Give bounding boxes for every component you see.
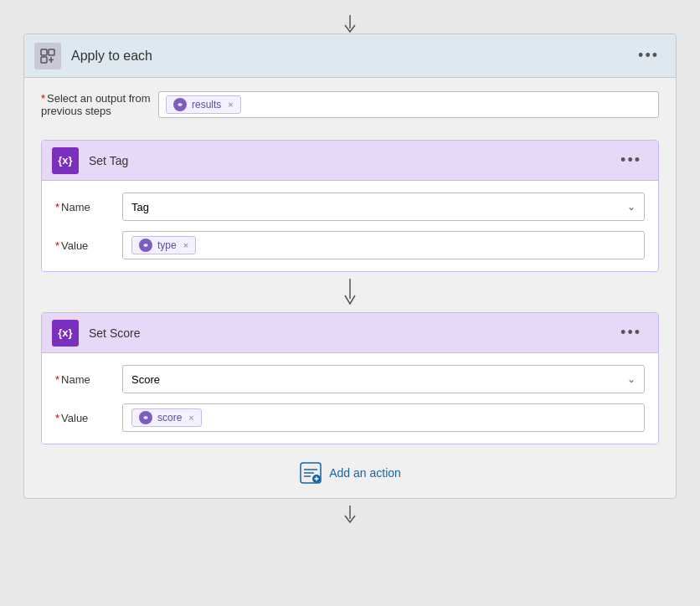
results-token[interactable]: results × — [166, 95, 241, 114]
canvas: Apply to each ••• *Select an output from… — [8, 8, 692, 606]
set-score-value-label: *Value — [55, 412, 122, 424]
score-token-icon — [139, 411, 152, 424]
set-score-icon: {x} — [52, 320, 79, 347]
add-action-button[interactable]: Add an action — [24, 444, 676, 498]
set-tag-title: Set Tag — [89, 154, 614, 167]
type-token-close[interactable]: × — [183, 240, 188, 250]
token-icon — [173, 98, 187, 111]
results-token-close[interactable]: × — [228, 100, 233, 110]
add-action-label: Add an action — [329, 466, 401, 480]
set-score-header: {x} Set Score ••• — [42, 313, 658, 353]
apply-to-each-title: Apply to each — [71, 49, 631, 64]
set-tag-body: *Name Tag ⌄ *Value — [42, 181, 658, 271]
set-tag-value-input[interactable]: type × — [122, 231, 645, 259]
set-score-name-value: Score — [131, 373, 160, 386]
add-action-icon — [299, 461, 322, 485]
set-tag-icon-label: {x} — [58, 154, 72, 167]
set-tag-value-label: *Value — [55, 239, 122, 252]
type-token-icon — [139, 239, 152, 252]
set-score-more-button[interactable]: ••• — [614, 321, 648, 345]
output-field-input[interactable]: results × — [158, 91, 659, 118]
set-score-card: {x} Set Score ••• *Name Score ⌄ — [41, 312, 659, 444]
results-token-text: results — [192, 99, 221, 110]
apply-to-each-more-button[interactable]: ••• — [631, 44, 666, 68]
set-score-body: *Name Score ⌄ *Value — [42, 353, 658, 444]
apply-to-each-container: Apply to each ••• *Select an output from… — [23, 33, 677, 499]
set-tag-name-input[interactable]: Tag ⌄ — [122, 193, 645, 221]
set-score-title: Set Score — [89, 326, 614, 340]
output-field-row: *Select an output from previous steps re… — [41, 91, 659, 118]
inter-card-arrow — [24, 272, 676, 312]
svg-rect-2 — [49, 49, 54, 55]
set-tag-name-label: *Name — [55, 201, 122, 213]
set-score-name-label: *Name — [55, 373, 122, 386]
set-tag-more-button[interactable]: ••• — [614, 148, 648, 172]
apply-to-each-body: *Select an output from previous steps re… — [24, 78, 676, 140]
set-score-name-chevron: ⌄ — [627, 373, 636, 385]
apply-to-each-icon — [34, 43, 61, 69]
bottom-arrow — [342, 499, 358, 527]
svg-rect-3 — [41, 57, 47, 63]
top-arrow-icon — [342, 15, 358, 33]
score-token[interactable]: score × — [131, 408, 202, 427]
apply-to-each-header: Apply to each ••• — [24, 34, 676, 78]
set-score-wrapper: {x} Set Score ••• *Name Score ⌄ — [24, 312, 676, 444]
type-token[interactable]: type × — [131, 236, 196, 254]
set-score-icon-label: {x} — [58, 326, 72, 339]
set-tag-card: {x} Set Tag ••• *Name Tag ⌄ — [41, 140, 659, 272]
type-token-text: type — [157, 239, 177, 251]
set-score-value-row: *Value score × — [55, 403, 645, 432]
set-score-name-input[interactable]: Score ⌄ — [122, 365, 645, 393]
svg-rect-1 — [41, 49, 47, 55]
set-tag-name-value: Tag — [131, 201, 149, 213]
set-score-value-input[interactable]: score × — [122, 403, 645, 432]
set-tag-name-row: *Name Tag ⌄ — [55, 193, 645, 221]
set-tag-wrapper: {x} Set Tag ••• *Name Tag ⌄ — [24, 140, 676, 272]
score-token-close[interactable]: × — [188, 413, 193, 423]
set-tag-name-chevron: ⌄ — [627, 201, 636, 213]
output-field-label: *Select an output from previous steps — [41, 92, 158, 117]
score-token-text: score — [157, 412, 182, 424]
set-tag-value-row: *Value type × — [55, 231, 645, 259]
output-required-star: * — [41, 92, 45, 105]
set-tag-header: {x} Set Tag ••• — [42, 141, 658, 181]
set-tag-icon: {x} — [52, 147, 79, 174]
set-score-name-row: *Name Score ⌄ — [55, 365, 645, 393]
